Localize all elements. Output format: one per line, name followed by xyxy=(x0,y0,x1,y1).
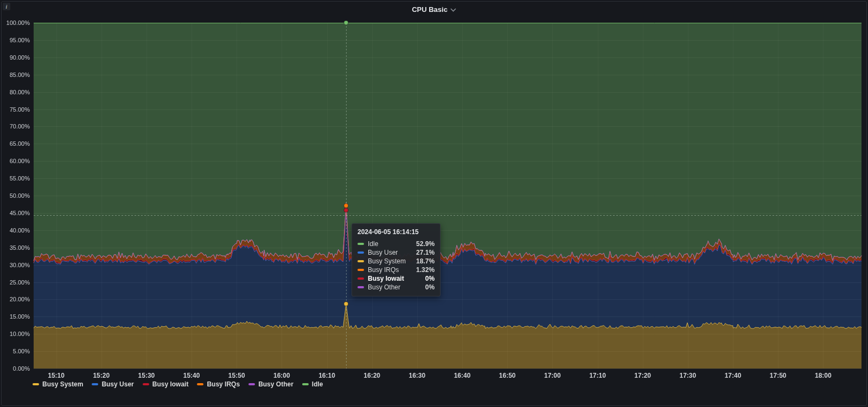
panel-info-icon[interactable]: i xyxy=(3,3,10,10)
y-axis-label: 50.00% xyxy=(0,192,30,199)
x-axis-label: 16:20 xyxy=(363,372,380,379)
y-axis-label: 0.00% xyxy=(0,365,30,372)
y-axis-label: 100.00% xyxy=(0,20,30,26)
tooltip-series-value: 18.7% xyxy=(410,257,435,265)
x-axis-label: 17:30 xyxy=(679,372,696,379)
legend-swatch xyxy=(248,383,255,385)
x-axis-label: 15:50 xyxy=(228,372,245,379)
x-axis-label: 16:30 xyxy=(409,372,426,379)
tooltip: 2024-06-05 16:14:15 Idle52.9%Busy User27… xyxy=(352,223,441,296)
y-axis-label: 75.00% xyxy=(0,106,30,113)
legend-item-busy-system[interactable]: Busy System xyxy=(33,380,83,388)
tooltip-row-busy-iowait: Busy Iowait0% xyxy=(358,274,435,283)
y-axis-label: 30.00% xyxy=(0,262,30,268)
tooltip-series-value: 0% xyxy=(419,275,435,282)
y-axis-label: 90.00% xyxy=(0,54,30,61)
page: { "panel": { "title": "CPU Basic", "info… xyxy=(0,0,868,407)
tooltip-row-idle: Idle52.9% xyxy=(358,240,435,248)
y-axis-label: 95.00% xyxy=(0,37,30,43)
y-axis-label: 45.00% xyxy=(0,210,30,216)
legend-swatch xyxy=(92,383,98,385)
tooltip-series-swatch xyxy=(358,251,364,254)
x-axis-label: 16:00 xyxy=(273,372,290,379)
x-axis-label: 15:40 xyxy=(183,372,200,379)
tooltip-row-busy-other: Busy Other0% xyxy=(358,283,435,292)
tooltip-series-label: Busy User xyxy=(368,249,398,256)
legend-label: Busy User xyxy=(101,380,133,388)
legend-swatch xyxy=(197,383,203,385)
y-axis-label: 20.00% xyxy=(0,296,30,302)
tooltip-series-label: Busy Iowait xyxy=(368,275,404,282)
y-axis-label: 5.00% xyxy=(0,348,30,354)
tooltip-series-value: 52.9% xyxy=(410,240,435,248)
y-axis-label: 15.00% xyxy=(0,313,30,320)
legend-swatch xyxy=(143,383,149,385)
tooltip-title: 2024-06-05 16:14:15 xyxy=(358,228,435,236)
y-axis-label: 80.00% xyxy=(0,89,30,95)
x-axis-label: 17:10 xyxy=(589,372,606,379)
legend-label: Busy IRQs xyxy=(207,380,240,388)
y-axis-label: 85.00% xyxy=(0,72,30,78)
y-axis-label: 35.00% xyxy=(0,244,30,251)
tooltip-series-swatch xyxy=(358,277,364,280)
legend-item-busy-iowait[interactable]: Busy Iowait xyxy=(143,380,189,388)
legend-item-idle[interactable]: Idle xyxy=(302,380,323,388)
x-axis-label: 17:00 xyxy=(544,372,561,379)
y-axis-label: 65.00% xyxy=(0,140,30,147)
tooltip-series-label: Idle xyxy=(368,240,378,248)
y-axis-label: 55.00% xyxy=(0,175,30,182)
legend-item-busy-irqs[interactable]: Busy IRQs xyxy=(197,380,240,388)
tooltip-series-value: 1.32% xyxy=(410,266,435,274)
chart-canvas[interactable] xyxy=(0,0,868,407)
panel-header[interactable]: CPU Basic xyxy=(0,0,868,18)
tooltip-series-label: Busy IRQs xyxy=(368,266,399,274)
x-axis-label: 17:40 xyxy=(725,372,742,379)
legend-swatch xyxy=(302,383,309,385)
y-axis-label: 60.00% xyxy=(0,158,30,164)
x-axis-label: 16:10 xyxy=(318,372,335,379)
tooltip-series-value: 0% xyxy=(419,283,435,291)
legend-item-busy-user[interactable]: Busy User xyxy=(92,380,133,388)
tooltip-series-swatch xyxy=(358,243,364,245)
x-axis-label: 16:50 xyxy=(499,372,516,379)
legend-label: Busy Other xyxy=(258,380,293,388)
y-axis-label: 25.00% xyxy=(0,279,30,286)
tooltip-row-busy-irqs: Busy IRQs1.32% xyxy=(358,266,435,274)
tooltip-row-busy-system: Busy System18.7% xyxy=(358,257,435,266)
y-axis-label: 70.00% xyxy=(0,123,30,130)
legend-label: Busy Iowait xyxy=(152,380,189,388)
x-axis-label: 17:50 xyxy=(770,372,787,379)
x-axis-label: 17:20 xyxy=(634,372,651,379)
chevron-down-icon[interactable] xyxy=(450,8,456,12)
tooltip-series-swatch xyxy=(358,269,364,271)
tooltip-series-swatch xyxy=(358,260,364,262)
x-axis-label: 15:10 xyxy=(48,372,65,379)
x-axis-label: 15:30 xyxy=(138,372,155,379)
legend: Busy SystemBusy UserBusy IowaitBusy IRQs… xyxy=(33,380,323,388)
y-axis-label: 10.00% xyxy=(0,331,30,337)
tooltip-series-label: Busy System xyxy=(368,257,406,265)
legend-item-busy-other[interactable]: Busy Other xyxy=(248,380,293,388)
panel-title[interactable]: CPU Basic xyxy=(412,5,448,14)
legend-label: Busy System xyxy=(42,380,83,388)
tooltip-rows: Idle52.9%Busy User27.1%Busy System18.7%B… xyxy=(358,240,435,292)
x-axis-label: 18:00 xyxy=(815,372,832,379)
y-axis-label: 40.00% xyxy=(0,227,30,234)
x-axis-label: 15:20 xyxy=(93,372,110,379)
tooltip-series-value: 27.1% xyxy=(410,249,435,256)
tooltip-series-label: Busy Other xyxy=(368,283,400,291)
tooltip-row-busy-user: Busy User27.1% xyxy=(358,248,435,257)
legend-swatch xyxy=(33,383,39,385)
x-axis-label: 16:40 xyxy=(454,372,471,379)
legend-label: Idle xyxy=(312,380,323,388)
tooltip-series-swatch xyxy=(358,286,364,288)
